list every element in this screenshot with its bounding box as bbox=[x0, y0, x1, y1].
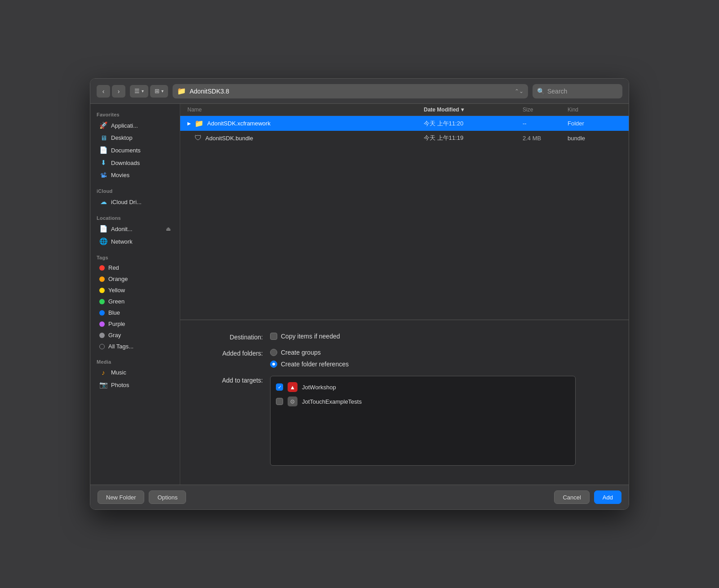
file-kind-bundle: bundle bbox=[568, 135, 621, 142]
sidebar-item-documents[interactable]: 📄 Documents bbox=[93, 144, 177, 156]
sidebar-item-tag-green[interactable]: Green bbox=[93, 296, 177, 307]
sidebar-item-adonit[interactable]: 📄 Adonit... ⏏ bbox=[93, 223, 177, 235]
search-placeholder: Search bbox=[547, 88, 567, 95]
sidebar-item-tag-orange[interactable]: Orange bbox=[93, 273, 177, 285]
search-bar[interactable]: 🔍 Search bbox=[533, 84, 622, 98]
bottom-bar: New Folder Options Cancel Add bbox=[90, 485, 629, 509]
file-name-xcframework: AdonitSDK.xcframework bbox=[207, 120, 424, 127]
tag-dot-all bbox=[99, 344, 105, 349]
tag-label-gray: Gray bbox=[108, 332, 121, 339]
sidebar-label-music: Music bbox=[111, 369, 126, 376]
tests-app-icon: ⚙ bbox=[288, 396, 297, 406]
location-name: AdonitSDK3.8 bbox=[190, 88, 229, 95]
tag-label-green: Green bbox=[108, 298, 124, 305]
tests-checkbox[interactable] bbox=[276, 398, 283, 405]
sidebar-label-network: Network bbox=[111, 238, 133, 245]
location-chevrons: ⌃⌄ bbox=[515, 88, 524, 94]
added-folders-row: Added folders: Create groups Create fold… bbox=[198, 349, 611, 368]
icloud-section-title: iCloud bbox=[90, 186, 180, 196]
media-section-title: Media bbox=[90, 356, 180, 366]
search-icon: 🔍 bbox=[537, 88, 545, 95]
jotworkshop-app-icon: ▲ bbox=[288, 382, 297, 392]
locations-section-title: Locations bbox=[90, 213, 180, 223]
sidebar-label-photos: Photos bbox=[111, 382, 129, 388]
col-header-size: Size bbox=[523, 107, 568, 113]
tag-label-yellow: Yellow bbox=[108, 287, 125, 294]
destination-label: Destination: bbox=[198, 333, 270, 341]
added-folders-label: Added folders: bbox=[198, 349, 270, 357]
target-row-tests: ⚙ JotTouchExampleTests bbox=[276, 394, 570, 409]
tag-label-orange: Orange bbox=[108, 276, 128, 282]
location-folder-icon: 📁 bbox=[177, 87, 186, 95]
tag-label-all: All Tags... bbox=[108, 343, 133, 350]
network-icon: 🌐 bbox=[99, 237, 107, 245]
targets-box: ✓ ▲ JotWorkshop ⚙ JotTouchExampleTests bbox=[270, 376, 576, 466]
options-panel: Destination: Copy items if needed Added … bbox=[180, 320, 629, 485]
file-list: ▶ 📁 AdonitSDK.xcframework 今天 上午11:20 -- … bbox=[180, 116, 629, 320]
forward-button[interactable]: › bbox=[112, 85, 125, 98]
col-header-modified[interactable]: Date Modified ▾ bbox=[424, 107, 523, 113]
sidebar-item-photos[interactable]: 📷 Photos bbox=[93, 379, 177, 391]
create-refs-row: Create folder references bbox=[270, 361, 349, 368]
sidebar-item-desktop[interactable]: 🖥 Desktop bbox=[93, 132, 177, 144]
file-row-xcframework[interactable]: ▶ 📁 AdonitSDK.xcframework 今天 上午11:20 -- … bbox=[180, 116, 629, 131]
downloads-icon: ⬇ bbox=[99, 159, 107, 167]
cancel-button[interactable]: Cancel bbox=[554, 490, 589, 504]
tag-dot-gray bbox=[99, 333, 105, 338]
file-modified-xcframework: 今天 上午11:20 bbox=[424, 120, 523, 128]
sidebar-item-network[interactable]: 🌐 Network bbox=[93, 235, 177, 248]
create-groups-radio[interactable] bbox=[270, 349, 277, 356]
icloud-icon: ☁ bbox=[99, 198, 107, 206]
desktop-icon: 🖥 bbox=[99, 134, 107, 142]
file-kind-xcframework: Folder bbox=[568, 120, 621, 127]
view-controls: ☰ ▾ ⊞ ▾ bbox=[130, 85, 168, 98]
sidebar-item-tag-blue[interactable]: Blue bbox=[93, 307, 177, 318]
file-name-bundle: AdonitSDK.bundle bbox=[205, 135, 424, 142]
grid-view-button[interactable]: ⊞ ▾ bbox=[150, 85, 168, 98]
jotworkshop-label: JotWorkshop bbox=[302, 384, 336, 391]
create-refs-radio[interactable] bbox=[270, 361, 277, 368]
sidebar-item-applications[interactable]: 🚀 Applicati... bbox=[93, 119, 177, 132]
jotworkshop-checkbox[interactable]: ✓ bbox=[276, 383, 283, 391]
copy-items-label: Copy items if needed bbox=[281, 333, 340, 340]
sidebar-item-tag-all[interactable]: All Tags... bbox=[93, 341, 177, 352]
documents-icon: 📄 bbox=[99, 146, 107, 154]
sort-chevron-icon: ▾ bbox=[461, 107, 464, 113]
eject-icon[interactable]: ⏏ bbox=[166, 226, 171, 232]
adonit-icon: 📄 bbox=[99, 225, 107, 233]
sidebar-item-downloads[interactable]: ⬇ Downloads bbox=[93, 156, 177, 169]
sidebar: Favorites 🚀 Applicati... 🖥 Desktop 📄 Doc… bbox=[90, 104, 180, 485]
music-icon: ♪ bbox=[99, 369, 107, 376]
applications-icon: 🚀 bbox=[99, 121, 107, 129]
grid-view-icon: ⊞ bbox=[155, 88, 160, 94]
sidebar-item-music[interactable]: ♪ Music bbox=[93, 366, 177, 379]
location-bar[interactable]: 📁 AdonitSDK3.8 ⌃⌄ bbox=[173, 84, 528, 98]
tests-label: JotTouchExampleTests bbox=[302, 398, 362, 405]
add-button[interactable]: Add bbox=[594, 490, 621, 504]
added-folders-controls: Create groups Create folder references bbox=[270, 349, 349, 368]
back-button[interactable]: ‹ bbox=[97, 85, 110, 98]
tag-dot-green bbox=[99, 299, 105, 304]
file-pane: Name Date Modified ▾ Size Kind ▶ 📁 Adoni… bbox=[180, 104, 629, 485]
tag-dot-orange bbox=[99, 276, 105, 282]
file-row-bundle[interactable]: 🛡 AdonitSDK.bundle 今天 上午11:19 2.4 MB bun… bbox=[180, 131, 629, 145]
new-folder-button[interactable]: New Folder bbox=[98, 490, 144, 504]
sidebar-item-tag-red[interactable]: Red bbox=[93, 262, 177, 273]
sidebar-label-movies: Movies bbox=[111, 172, 129, 178]
copy-items-checkbox[interactable] bbox=[270, 333, 277, 340]
tag-dot-blue bbox=[99, 310, 105, 316]
sidebar-label-desktop: Desktop bbox=[111, 134, 133, 141]
sidebar-item-movies[interactable]: 📽 Movies bbox=[93, 169, 177, 181]
sidebar-item-icloud[interactable]: ☁ iCloud Dri... bbox=[93, 196, 177, 208]
create-groups-label: Create groups bbox=[281, 349, 321, 356]
sidebar-item-tag-gray[interactable]: Gray bbox=[93, 330, 177, 341]
tag-label-red: Red bbox=[108, 264, 119, 271]
file-picker-dialog: ‹ › ☰ ▾ ⊞ ▾ 📁 AdonitSDK3.8 ⌃⌄ 🔍 Search F… bbox=[90, 78, 629, 510]
list-view-button[interactable]: ☰ ▾ bbox=[130, 85, 148, 98]
options-button[interactable]: Options bbox=[149, 490, 186, 504]
tag-dot-yellow bbox=[99, 288, 105, 293]
sidebar-item-tag-purple[interactable]: Purple bbox=[93, 318, 177, 330]
column-headers: Name Date Modified ▾ Size Kind bbox=[180, 104, 629, 116]
create-refs-label: Create folder references bbox=[281, 361, 349, 368]
sidebar-item-tag-yellow[interactable]: Yellow bbox=[93, 285, 177, 296]
